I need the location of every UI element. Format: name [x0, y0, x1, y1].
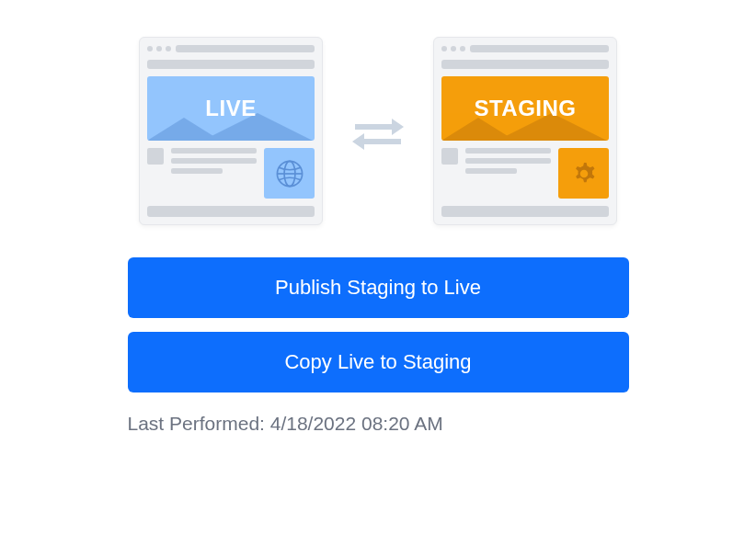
gear-icon [558, 148, 609, 199]
svg-marker-5 [355, 119, 404, 135]
staging-label: STAGING [474, 96, 576, 121]
swap-arrows-icon [350, 113, 406, 150]
live-label: LIVE [205, 96, 256, 121]
globe-icon [264, 148, 315, 199]
svg-point-9 [579, 169, 588, 177]
action-buttons: Publish Staging to Live Copy Live to Sta… [128, 257, 629, 392]
staging-hero: STAGING [441, 76, 609, 141]
last-performed-timestamp: 4/18/2022 08:20 AM [270, 413, 443, 434]
staging-site-card: STAGING [433, 37, 617, 225]
last-performed-status: Last Performed: 4/18/2022 08:20 AM [128, 413, 629, 435]
staging-illustration: LIVE [139, 37, 617, 225]
live-site-card: LIVE [139, 37, 323, 225]
live-hero: LIVE [147, 76, 315, 141]
svg-marker-6 [352, 133, 401, 150]
copy-live-button[interactable]: Copy Live to Staging [128, 332, 629, 392]
publish-staging-button[interactable]: Publish Staging to Live [128, 257, 629, 318]
browser-chrome [147, 45, 315, 52]
last-performed-label: Last Performed: [128, 413, 270, 434]
browser-chrome [441, 45, 609, 52]
